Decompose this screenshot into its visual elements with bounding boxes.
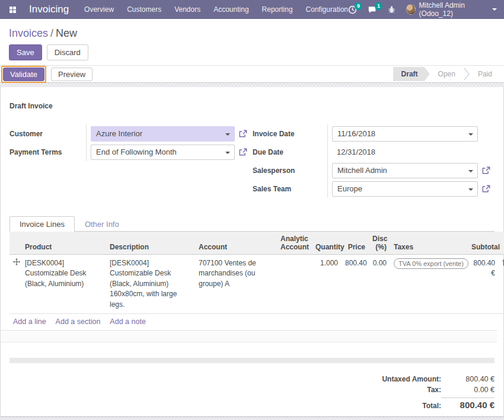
menu-item-customers[interactable]: Customers <box>127 5 161 14</box>
sales-team-field[interactable]: Europe <box>332 181 478 197</box>
breadcrumb-separator: / <box>50 27 53 39</box>
menu-item-overview[interactable]: Overview <box>84 5 114 14</box>
tab-invoice-lines[interactable]: Invoice Lines <box>9 216 75 232</box>
chevron-down-icon <box>225 152 230 154</box>
list-footer-links: Add a line Add a section Add a note <box>1 314 497 331</box>
line-price[interactable]: 800.40 <box>342 255 369 314</box>
add-a-section-link[interactable]: Add a section <box>56 318 101 326</box>
messages-button[interactable]: 1 <box>368 5 377 14</box>
save-button[interactable]: Save <box>9 44 42 60</box>
invoice-lines-table: Product Description Account Analytic Acc… <box>9 232 504 314</box>
tab-other-info[interactable]: Other Info <box>75 216 129 232</box>
main-menu: Overview Customers Vendors Accounting Re… <box>84 5 348 14</box>
tax-tag[interactable]: TVA 0% export (vente) <box>394 258 468 269</box>
due-date-label: Due Date <box>251 148 327 156</box>
form-title: Draft Invoice <box>1 102 503 110</box>
tax-value: 0.00 € <box>441 386 495 394</box>
product-column-header[interactable]: Product <box>21 232 106 255</box>
invoice-form-sheet: Draft Invoice Customer Azure Interior Pa… <box>0 87 504 417</box>
user-avatar <box>406 4 416 15</box>
line-account[interactable]: 707100 Ventes de marchandises (ou groupe… <box>195 255 277 314</box>
breadcrumb: Invoices/New <box>9 27 495 40</box>
price-column-header[interactable]: Price <box>342 232 369 255</box>
description-column-header[interactable]: Description <box>106 232 195 255</box>
discount-column-header[interactable]: Disc (%) <box>369 232 390 255</box>
status-paid[interactable]: Paid <box>470 67 500 81</box>
top-navbar: Invoicing Overview Customers Vendors Acc… <box>0 0 504 19</box>
table-header-row: Product Description Account Analytic Acc… <box>9 232 504 255</box>
sales-team-label: Sales Team <box>251 185 327 193</box>
menu-item-vendors[interactable]: Vendors <box>174 5 200 14</box>
chevron-down-icon <box>492 8 497 11</box>
sales-team-external-link-icon[interactable] <box>478 185 495 193</box>
line-description[interactable]: [DESK0004] Customizable Desk (Black, Alu… <box>106 255 195 314</box>
payment-terms-label: Payment Terms <box>9 148 86 156</box>
sheet-top-gutter <box>0 83 504 87</box>
chevron-down-icon <box>468 170 473 172</box>
customer-field[interactable]: Azure Interior <box>91 126 235 142</box>
add-a-line-link[interactable]: Add a line <box>13 318 46 326</box>
drag-handle-icon[interactable] <box>9 255 21 314</box>
salesperson-field[interactable]: Mitchell Admin <box>332 163 478 178</box>
breadcrumb-current: New <box>56 27 77 39</box>
discard-button[interactable]: Discard <box>47 44 88 60</box>
payment-terms-field[interactable]: End of Following Month <box>91 145 235 160</box>
statusbar: Validate Preview Draft Open Paid <box>0 65 504 83</box>
customer-external-link-icon[interactable] <box>235 130 251 138</box>
line-subtotal: 800.40 € <box>468 255 499 314</box>
debug-bug-icon[interactable] <box>388 5 395 14</box>
line-analytic-account[interactable] <box>277 255 312 314</box>
menu-item-reporting[interactable]: Reporting <box>262 5 293 14</box>
activities-badge: 9 <box>355 2 362 10</box>
quantity-column-header[interactable]: Quantity <box>312 232 342 255</box>
customer-label: Customer <box>9 130 86 138</box>
salesperson-label: Salesperson <box>251 166 327 175</box>
tax-label: Tax: <box>427 386 441 394</box>
account-column-header[interactable]: Account <box>195 232 277 255</box>
chevron-down-icon <box>468 188 473 191</box>
status-draft[interactable]: Draft <box>393 67 430 81</box>
app-title[interactable]: Invoicing <box>29 4 69 15</box>
total-value: 800.40 € <box>441 397 495 410</box>
subtotal-column-header[interactable]: Subtotal <box>468 232 499 255</box>
total-label: Total: <box>422 402 441 410</box>
activities-button[interactable]: 9 <box>348 5 357 14</box>
notebook-tabs: Invoice Lines Other Info <box>9 216 495 232</box>
menu-item-accounting[interactable]: Accounting <box>213 5 248 14</box>
delete-line-icon[interactable] <box>499 255 504 314</box>
invoice-line-row[interactable]: [DESK0004] Customizable Desk (Black, Alu… <box>9 255 504 314</box>
messages-badge: 1 <box>375 2 382 10</box>
breadcrumb-invoices-link[interactable]: Invoices <box>9 27 48 39</box>
untaxed-amount-label: Untaxed Amount: <box>382 375 441 383</box>
validate-highlight-annotation: Validate <box>1 66 46 83</box>
menu-item-configuration[interactable]: Configuration <box>306 5 348 14</box>
untaxed-amount-value: 800.40 € <box>441 375 495 383</box>
status-open[interactable]: Open <box>430 67 464 81</box>
handle-column-header <box>9 232 21 255</box>
validate-button[interactable]: Validate <box>3 68 44 81</box>
apps-grid-icon[interactable] <box>9 7 16 13</box>
line-discount[interactable]: 0.00 <box>369 255 390 314</box>
payment-terms-external-link-icon[interactable] <box>235 148 251 156</box>
invoice-date-field[interactable]: 11/16/2018 <box>332 126 478 142</box>
line-product[interactable]: [DESK0004] Customizable Desk (Black, Alu… <box>21 255 106 314</box>
due-date-value: 12/31/2018 <box>332 148 375 156</box>
form-group-right: Invoice Date 11/16/2018 Due Date 12/31/2… <box>251 124 495 198</box>
chevron-down-icon <box>468 133 473 136</box>
form-group-left: Customer Azure Interior Payment Terms En… <box>9 124 251 198</box>
add-a-note-link[interactable]: Add a note <box>110 318 145 326</box>
line-quantity[interactable]: 1.000 <box>312 255 342 314</box>
invoice-date-label: Invoice Date <box>251 130 327 138</box>
totals-block: Untaxed Amount: 800.40 € Tax: 0.00 € Tot… <box>323 374 495 411</box>
line-taxes[interactable]: TVA 0% export (vente) <box>390 255 468 314</box>
salesperson-external-link-icon[interactable] <box>478 166 495 175</box>
empty-list-row <box>1 331 497 342</box>
chevron-right-icon <box>464 67 470 81</box>
chevron-down-icon <box>225 133 230 136</box>
horizontal-divider-bar <box>9 358 495 363</box>
taxes-column-header[interactable]: Taxes <box>390 232 468 255</box>
user-name: Mitchell Admin (Odoo_12) <box>419 1 489 18</box>
analytic-account-column-header[interactable]: Analytic Account <box>277 232 312 255</box>
preview-button[interactable]: Preview <box>51 68 92 81</box>
user-menu[interactable]: Mitchell Admin (Odoo_12) <box>406 1 497 18</box>
